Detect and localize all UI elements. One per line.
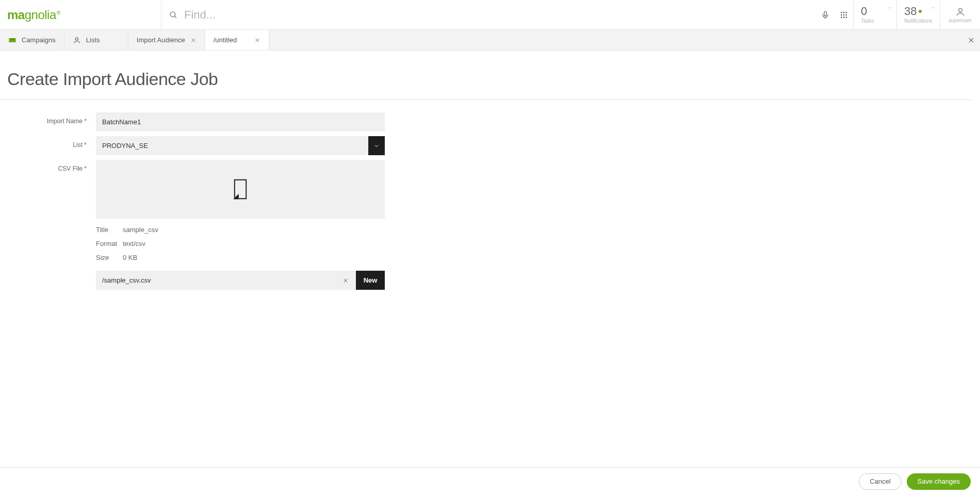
notifications-new-indicator <box>919 10 922 13</box>
user-icon <box>955 7 966 17</box>
tab-import-audience[interactable]: Import Audience <box>128 30 205 50</box>
logo-cell: magnolia® <box>0 0 161 29</box>
meta-row-format: Format text/csv <box>96 240 392 248</box>
list-select-input[interactable] <box>96 136 368 155</box>
chevron-down-icon <box>373 143 380 149</box>
file-path-input[interactable] <box>96 271 335 290</box>
tab-label: Import Audience <box>137 36 185 44</box>
mail-icon <box>8 36 17 44</box>
svg-point-13 <box>958 8 962 12</box>
apps-button[interactable] <box>835 0 853 29</box>
tabstrip-close-button[interactable] <box>968 30 975 50</box>
svg-point-14 <box>75 37 78 40</box>
chevron-down-icon <box>887 5 892 10</box>
row-csv-file: CSV File * Title sample_csv Format text/… <box>0 160 392 290</box>
notifications-label: Notifications <box>904 18 932 24</box>
voice-button[interactable] <box>816 0 835 29</box>
footer: Cancel Save changes <box>0 467 980 495</box>
file-path-clear-button[interactable] <box>335 271 356 290</box>
tasks-count: 0 <box>861 6 867 17</box>
brand-logo: magnolia® <box>7 8 60 22</box>
svg-point-9 <box>845 14 847 15</box>
tasks-box[interactable]: 0 Tasks <box>853 0 896 29</box>
list-select <box>96 136 385 155</box>
file-meta: Title sample_csv Format text/csv Size 0 … <box>96 219 392 261</box>
tab-untitled[interactable]: /untitled <box>205 30 269 50</box>
person-icon <box>73 36 81 44</box>
meta-value: sample_csv <box>123 226 158 234</box>
notifications-box[interactable]: 38 Notifications <box>896 0 940 29</box>
csv-dropzone[interactable] <box>96 160 385 219</box>
svg-point-0 <box>170 12 175 17</box>
label-list: List * <box>0 136 96 155</box>
svg-point-4 <box>841 12 842 13</box>
chevron-down-icon <box>930 5 936 10</box>
notifications-count-value: 38 <box>904 6 917 17</box>
label-text: CSV File <box>58 165 83 172</box>
meta-value: text/csv <box>123 240 145 248</box>
file-path-new-button[interactable]: New <box>356 271 385 290</box>
topbar: magnolia® 0 Tasks 38 Notifications <box>0 0 980 30</box>
required-marker: * <box>84 141 87 148</box>
meta-label: Format <box>96 240 123 248</box>
label-text: Import Name <box>47 118 83 125</box>
list-select-toggle[interactable] <box>368 136 385 155</box>
close-icon[interactable] <box>190 37 197 43</box>
search-input[interactable] <box>183 8 816 22</box>
page-content: Create Import Audience Job Import Name *… <box>0 51 980 467</box>
tab-campaigns[interactable]: Campaigns <box>0 30 64 50</box>
svg-point-8 <box>843 14 845 15</box>
notifications-count: 38 <box>904 6 922 17</box>
save-button[interactable]: Save changes <box>907 473 971 490</box>
tab-label: /untitled <box>214 36 237 44</box>
user-box[interactable]: superuser <box>940 0 980 29</box>
search-icon <box>169 10 178 20</box>
svg-line-1 <box>174 16 176 18</box>
meta-label: Title <box>96 226 123 234</box>
close-icon[interactable] <box>254 37 260 43</box>
tab-label: Campaigns <box>22 36 56 44</box>
page-title: Create Import Audience Job <box>0 51 973 100</box>
search-cell <box>161 0 816 29</box>
required-marker: * <box>84 165 87 172</box>
meta-row-title: Title sample_csv <box>96 226 392 234</box>
meta-row-size: Size 0 KB <box>96 254 392 261</box>
file-icon <box>232 178 249 200</box>
svg-point-7 <box>841 14 842 15</box>
file-path-row: New <box>96 271 385 290</box>
tab-label: Lists <box>86 36 100 44</box>
import-name-input[interactable] <box>96 112 385 131</box>
user-name: superuser <box>949 18 971 23</box>
row-import-name: Import Name * <box>0 112 392 131</box>
svg-point-6 <box>845 12 847 13</box>
svg-point-11 <box>843 16 845 18</box>
tabstrip: Campaigns Lists Import Audience /untitle… <box>0 30 980 51</box>
required-marker: * <box>84 118 87 125</box>
tasks-label: Tasks <box>861 18 874 24</box>
label-text: List <box>73 141 83 148</box>
topbar-right: 0 Tasks 38 Notifications superuser <box>816 0 980 29</box>
label-import-name: Import Name * <box>0 112 96 131</box>
svg-rect-2 <box>824 11 827 15</box>
label-csv-file: CSV File * <box>0 160 96 290</box>
svg-point-5 <box>843 12 845 13</box>
form: Import Name * List * <box>0 100 392 290</box>
tab-lists[interactable]: Lists <box>64 30 128 50</box>
meta-value: 0 KB <box>123 254 137 261</box>
svg-point-12 <box>845 16 847 18</box>
close-icon <box>342 277 349 284</box>
meta-label: Size <box>96 254 123 261</box>
svg-point-10 <box>841 16 842 18</box>
row-list: List * <box>0 136 392 155</box>
cancel-button[interactable]: Cancel <box>859 473 901 490</box>
